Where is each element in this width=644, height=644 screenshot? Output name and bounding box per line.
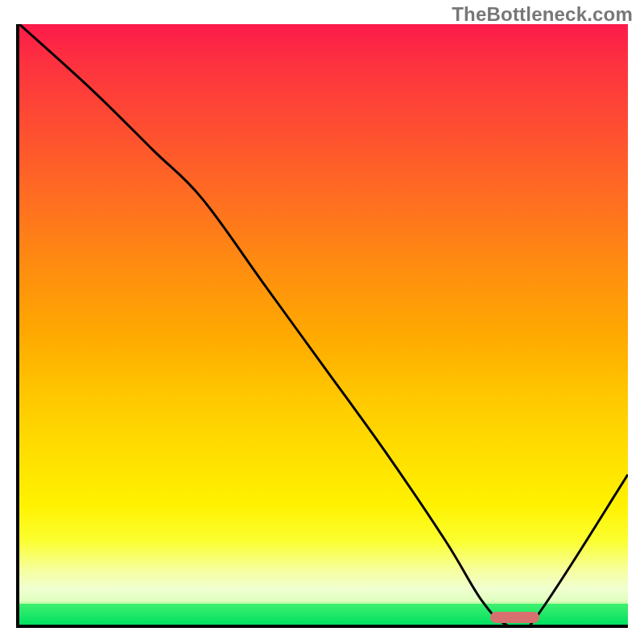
chart-container: TheBottleneck.com bbox=[0, 0, 644, 644]
bottleneck-curve bbox=[19, 24, 628, 625]
trough-marker bbox=[490, 612, 539, 623]
curve-path bbox=[19, 24, 628, 625]
plot-area bbox=[16, 24, 628, 628]
watermark-text: TheBottleneck.com bbox=[452, 3, 633, 26]
